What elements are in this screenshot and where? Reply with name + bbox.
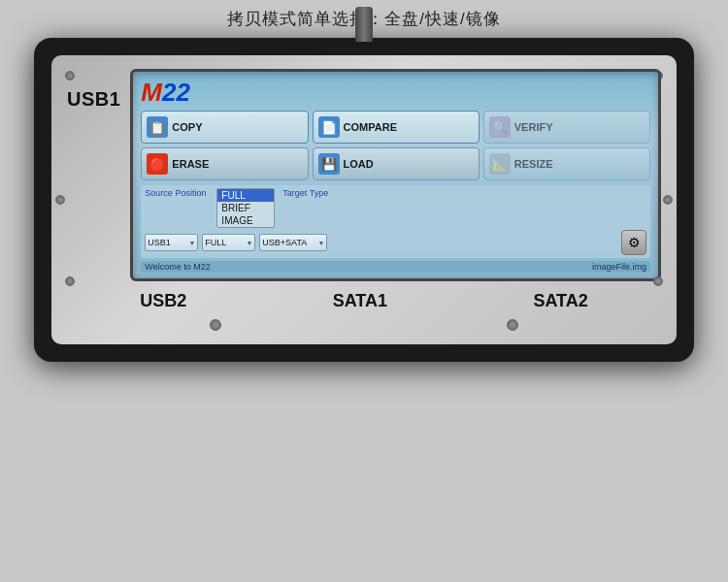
erase-label: ERASE — [172, 158, 209, 170]
btn-grid: 📋 COPY 📄 COMPARE 🔍 VERIFY 🔴 ERASE — [141, 111, 650, 180]
verify-label: VERIFY — [514, 121, 553, 133]
target-select-value: USB+SATA — [262, 238, 307, 247]
copy-label: COPY — [172, 121, 202, 133]
device-outer: USB1 M22 📋 COPY 📄 COMPARE 🔍 — [34, 38, 694, 362]
side-screw-left — [55, 195, 65, 205]
source-select-value: USB1 — [148, 238, 171, 247]
port-usb2: USB2 — [140, 291, 186, 311]
screen-area: USB1 M22 📋 COPY 📄 COMPARE 🔍 — [67, 69, 661, 281]
load-icon: 💾 — [318, 153, 340, 175]
target-select[interactable]: USB+SATA ▼ — [259, 234, 327, 251]
copy-button[interactable]: 📋 COPY — [141, 111, 308, 144]
port-labels: USB2 SATA1 SATA2 — [67, 281, 661, 315]
logo-m: M — [141, 78, 162, 107]
screw-tl — [65, 71, 75, 81]
port-sata2: SATA2 — [533, 291, 587, 311]
dropdown-item-full[interactable]: FULL — [217, 189, 274, 202]
copy-icon: 📋 — [147, 116, 168, 138]
dropdown-popup: FULL BRIEF IMAGE — [216, 188, 275, 228]
mode-select-value: FULL — [205, 238, 226, 247]
resize-button[interactable]: 📐 RESIZE — [483, 147, 650, 180]
device-inner: USB1 M22 📋 COPY 📄 COMPARE 🔍 — [51, 55, 677, 344]
m22-logo: M22 — [141, 80, 650, 105]
source-position-label: Source Position — [145, 188, 213, 198]
verify-icon: 🔍 — [489, 116, 511, 138]
load-button[interactable]: 💾 LOAD — [313, 147, 480, 180]
mode-select-arrow: ▼ — [246, 240, 252, 246]
screw-bl — [65, 276, 75, 286]
erase-button[interactable]: 🔴 ERASE — [141, 147, 308, 180]
screw-br — [653, 276, 663, 286]
compare-icon: 📄 — [318, 116, 340, 138]
usb1-label: USB1 — [67, 88, 120, 111]
resize-label: RESIZE — [514, 158, 553, 170]
dropdown-item-image[interactable]: IMAGE — [217, 214, 274, 227]
verify-button[interactable]: 🔍 VERIFY — [483, 111, 650, 144]
dropdown-item-brief[interactable]: BRIEF — [217, 202, 274, 214]
lcd-screen: M22 📋 COPY 📄 COMPARE 🔍 VERIFY — [130, 69, 661, 281]
target-type-label: Target Type — [282, 188, 328, 198]
erase-icon: 🔴 — [147, 153, 168, 175]
dropdowns-row: USB1 ▼ FULL ▼ USB+SATA ▼ ⚙ — [145, 230, 646, 255]
dropdown-section: Source Position FULL BRIEF IMAGE Target … — [141, 185, 650, 258]
resize-icon: 📐 — [489, 153, 511, 175]
compare-button[interactable]: 📄 COMPARE — [313, 111, 480, 144]
settings-icon: ⚙ — [628, 235, 641, 250]
bottom-screw-1 — [210, 319, 221, 331]
status-bar: Welcome to M22 imageFile.img — [141, 261, 650, 273]
status-right: imageFile.img — [592, 262, 646, 272]
source-select[interactable]: USB1 ▼ — [145, 234, 198, 251]
left-label: USB1 — [67, 69, 120, 111]
side-screw-right — [663, 195, 673, 205]
mode-select[interactable]: FULL ▼ — [202, 234, 255, 251]
target-select-arrow: ▼ — [317, 240, 324, 246]
status-left: Welcome to M22 — [145, 262, 210, 272]
cable — [355, 7, 373, 42]
compare-label: COMPARE — [344, 121, 397, 133]
settings-button[interactable]: ⚙ — [621, 230, 646, 255]
source-select-arrow: ▼ — [188, 240, 195, 246]
port-sata1: SATA1 — [333, 291, 387, 311]
dropdown-row-labels: Source Position FULL BRIEF IMAGE Target … — [145, 188, 646, 228]
bottom-screw-2 — [507, 319, 518, 331]
logo-22: 22 — [162, 78, 190, 107]
load-label: LOAD — [344, 158, 374, 170]
bottom-screws — [67, 315, 661, 333]
